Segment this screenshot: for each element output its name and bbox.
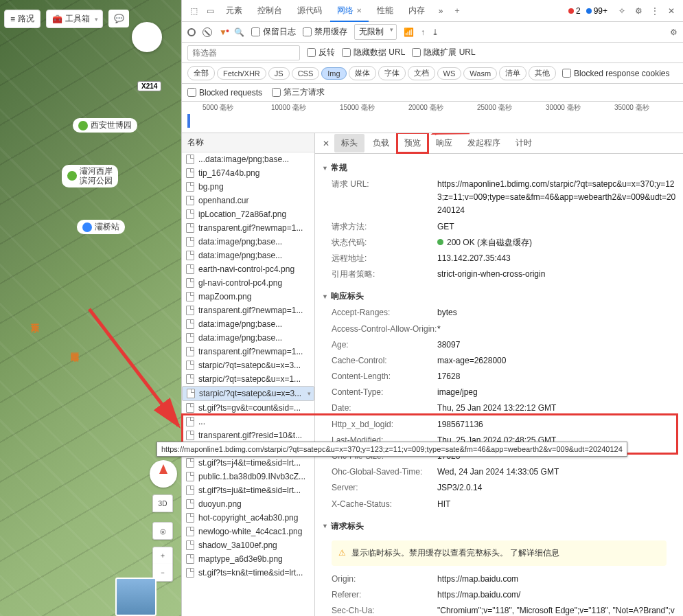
detail-tab-0[interactable]: 标头 [334,134,364,152]
blocked-requests-checkbox[interactable]: Blocked requests [187,88,262,98]
tab-memory[interactable]: 内存 [402,1,432,21]
upload-icon[interactable]: ↑ [421,27,425,37]
overflow-icon[interactable]: » [433,3,448,19]
traffic-button[interactable]: ≡路况 [4,10,40,28]
request-row[interactable]: openhand.cur [182,194,314,207]
timeline[interactable]: 5000 毫秒10000 毫秒15000 毫秒20000 毫秒25000 毫秒3… [182,102,683,133]
request-row[interactable]: transparent.gif?resid=10&t... [182,429,314,442]
request-row[interactable]: bg.png [182,180,314,194]
compass[interactable] [150,460,177,488]
download-icon[interactable]: ⤓ [432,27,439,37]
learn-more-link[interactable]: 了解详细信息 [510,548,559,558]
request-row[interactable]: st.gif?ts=j4&t=time&sid=lrt... [182,456,314,470]
request-row[interactable]: hot-copyright_ac4ab30.png [182,511,314,525]
streetview-thumb[interactable] [115,578,157,616]
ai-icon[interactable]: ✧ [614,3,629,19]
zoom-in-button[interactable]: ＋ [152,547,173,564]
chip-css[interactable]: CSS [292,67,320,80]
throttle-select[interactable]: 无限制 [354,24,397,40]
filter-input[interactable] [187,45,300,60]
request-row[interactable]: public.1.ba38db09.INvb3cZ... [182,470,314,483]
request-row[interactable]: ...data:image/png;base... [182,152,314,166]
close-detail-icon[interactable]: ✕ [319,139,333,148]
filter-toggle-icon[interactable]: ▼ [219,27,227,37]
chip-清单[interactable]: 清单 [499,66,526,80]
detail-tab-1[interactable]: 负载 [366,134,396,152]
request-row[interactable]: data:image/png;base... [182,249,314,262]
msg-badge[interactable]: 99+ [586,6,607,16]
request-row[interactable]: starpic/?qt=satepc&u=x=3... [182,358,314,372]
request-row[interactable]: tip_1674a4b.png [182,166,314,180]
detail-tab-2[interactable]: 预览 [397,134,428,152]
tab-console[interactable]: 控制台 [251,1,289,21]
section-response-headers[interactable]: 响应标头 [322,288,676,305]
close-icon[interactable]: ✕ [356,7,362,14]
request-row[interactable]: ipLocation_72a86af.png [182,207,314,221]
request-row[interactable]: transparent.gif?newmap=1... [182,345,314,358]
close-devtools-icon[interactable]: ✕ [664,3,679,19]
invert-checkbox[interactable]: 反转 [307,47,335,58]
map-poi-riverpark[interactable]: 灞河西岸 滨河公园 [62,165,118,187]
hide-ext-url-checkbox[interactable]: 隐藏扩展 URL [412,47,475,58]
network-settings-icon[interactable]: ⚙ [670,27,678,37]
detail-content[interactable]: 常规 请求 URL:https://maponline1.bdimg.com/s… [315,154,683,616]
section-request-headers[interactable]: 请求标头 [322,518,676,535]
request-row[interactable]: maptype_a6d3e9b.png [182,552,314,566]
chip-媒体[interactable]: 媒体 [349,66,376,80]
request-row[interactable]: st.gif?ts=gv&t=count&sid=... [182,401,314,415]
request-row[interactable]: transparent.gif?newmap=1... [182,221,314,235]
third-party-checkbox[interactable]: 第三方请求 [272,87,325,98]
search-icon[interactable]: 🔍 [234,27,244,37]
column-name-header[interactable]: 名称 [182,133,314,152]
tab-network[interactable]: 网络✕ [330,1,369,22]
request-row[interactable]: starpic/?qt=satepc&u=x=3... [182,386,314,401]
tab-performance[interactable]: 性能 [370,1,400,21]
chip-文档[interactable]: 文档 [408,66,435,80]
request-row[interactable]: shadow_3a100ef.png [182,538,314,552]
request-row[interactable]: newlogo-white_4c4cac1.png [182,525,314,538]
request-row[interactable]: data:image/png;base... [182,331,314,345]
chat-button[interactable]: 💬 [108,10,129,27]
chip-js[interactable]: JS [268,67,290,80]
chip-其他[interactable]: 其他 [529,66,556,80]
map-poi-station[interactable]: 灞桥站 [77,220,125,234]
map-poi-expo[interactable]: 西安世博园 [73,118,137,133]
detail-tab-5[interactable]: 计时 [509,134,539,152]
request-row[interactable]: st.gif?ts=ju&t=time&sid=lrt... [182,483,314,497]
map-pane[interactable]: ≡路况 🧰工具箱 💬 X214 西安世博园 灞河西岸 滨河公园 灞桥站 东三环 … [0,0,181,616]
section-general[interactable]: 常规 [322,159,676,176]
error-badge[interactable]: 2 [568,6,581,16]
request-row[interactable]: duoyun.png [182,497,314,511]
toolbox-button[interactable]: 🧰工具箱 [46,10,103,28]
map-locate-button[interactable]: ◎ [152,522,173,540]
request-row[interactable]: data:image/png;base... [182,235,314,249]
chip-全部[interactable]: 全部 [187,66,215,80]
request-row[interactable]: gl-navi-control-pc4.png [182,276,314,290]
tab-elements[interactable]: 元素 [219,1,249,21]
request-row[interactable]: starpic/?qt=satepc&u=x=1... [182,372,314,386]
avatar[interactable] [132,22,162,52]
settings-icon[interactable]: ⚙ [631,3,646,19]
request-row[interactable]: ... [182,415,314,429]
detail-tab-3[interactable]: 响应 [429,134,459,152]
request-row[interactable]: earth-navi-control-pc4.png [182,262,314,276]
wifi-icon[interactable]: 📶 [404,27,414,37]
map-3d-button[interactable]: 3D [152,494,173,512]
request-row[interactable]: data:image/png;base... [182,317,314,331]
request-row[interactable]: st.gif?ts=kn&t=time&sid=lrt... [182,566,314,580]
chip-fetch/xhr[interactable]: Fetch/XHR [217,67,266,80]
chip-wasm[interactable]: Wasm [463,67,497,80]
more-icon[interactable]: ⋮ [647,3,662,19]
device-icon[interactable]: ▭ [202,3,218,19]
clear-button[interactable] [202,27,212,37]
preserve-log-checkbox[interactable]: 保留日志 [251,26,296,38]
disable-cache-checkbox[interactable]: 禁用缓存 [303,26,347,38]
detail-tab-4[interactable]: 发起程序 [461,134,507,152]
blocked-cookies-checkbox[interactable]: Blocked response cookies [562,69,669,78]
chip-img[interactable]: Img [321,67,346,80]
inspect-icon[interactable]: ⬚ [186,3,201,19]
hide-data-url-checkbox[interactable]: 隐藏数据 URL [342,47,405,58]
request-row[interactable]: transparent.gif?newmap=1... [182,304,314,317]
chip-ws[interactable]: WS [437,67,462,80]
request-row[interactable]: mapZoom.png [182,290,314,304]
